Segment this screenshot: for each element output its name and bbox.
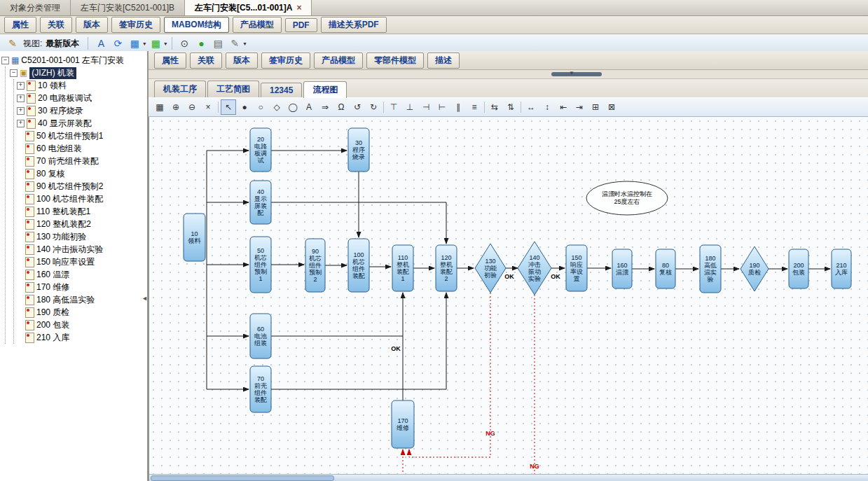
tree-item[interactable]: +40 显示屏装配 [15, 117, 147, 130]
tree-item[interactable]: 210 入库 [15, 331, 147, 344]
matrix-icon[interactable]: ▦ [128, 36, 142, 50]
window-tab[interactable]: 左车门安装[C5...01-001]A× [185, 0, 312, 15]
circle-icon[interactable]: ◯ [285, 99, 301, 115]
filled-ellipse-icon[interactable]: ● [237, 99, 252, 115]
sub-tab-process-sketch[interactable]: 工艺简图 [207, 81, 259, 97]
view-selector[interactable]: 最新版本 [46, 38, 79, 50]
panel-tab-relations[interactable]: 关联 [190, 53, 222, 69]
flow-node-160[interactable] [612, 249, 632, 288]
tree-item[interactable]: 80 复核 [15, 167, 147, 180]
panel-tab-properties[interactable]: 属性 [154, 53, 186, 69]
panel-tab-versions[interactable]: 版本 [226, 53, 258, 69]
grid-icon[interactable]: ▦ [152, 99, 167, 115]
tree-item[interactable]: 140 冲击振动实验 [15, 243, 147, 256]
align-bottom-icon[interactable]: ⊥ [402, 99, 418, 115]
dropdown-caret-icon[interactable]: ▾ [164, 41, 167, 47]
distribute-horizontal-icon[interactable]: ⇆ [487, 99, 502, 115]
tree-item[interactable]: 110 整机装配1 [15, 205, 147, 218]
panel-tab-description[interactable]: 描述 [427, 53, 460, 69]
font-icon[interactable]: A [94, 36, 108, 50]
undo-icon[interactable]: ↺ [350, 99, 365, 115]
dropdown-caret-icon[interactable]: ▾ [243, 41, 246, 47]
flow-node-70[interactable] [250, 366, 271, 412]
tree-item[interactable]: 150 响应率设置 [15, 256, 147, 268]
main-tab-sign-history[interactable]: 签审历史 [111, 17, 160, 33]
align-top-icon[interactable]: ⊤ [386, 99, 401, 115]
tree-item[interactable]: 200 包装 [15, 319, 147, 331]
fit-icon[interactable]: ⊞ [588, 99, 603, 115]
diamond-icon[interactable]: ◇ [269, 99, 284, 115]
canvas-horizontal-scrollbar[interactable] [149, 474, 868, 481]
snap-right-icon[interactable]: ⇥ [572, 99, 587, 115]
flow-node-60[interactable] [250, 314, 271, 358]
arrow-icon[interactable]: ⇒ [317, 99, 333, 115]
snap-left-icon[interactable]: ⇤ [556, 99, 571, 115]
annotation-ellipse[interactable] [586, 181, 668, 215]
zoom-in-icon[interactable]: ⊕ [168, 99, 184, 115]
flow-node-10[interactable] [184, 214, 205, 261]
edit-document-icon[interactable]: ✎ [228, 36, 242, 50]
flow-node-120[interactable] [436, 245, 457, 291]
expander-icon[interactable]: + [17, 95, 25, 102]
structure-icon[interactable]: ▦ [149, 36, 163, 50]
align-right-icon[interactable]: ⊢ [434, 99, 450, 115]
splitter-handle[interactable] [551, 72, 602, 76]
tree-item[interactable]: 90 机芯组件预制2 [15, 180, 147, 193]
tree-item[interactable]: 130 功能初验 [15, 230, 147, 243]
edit-icon[interactable]: ✎ [6, 36, 20, 50]
tree-item[interactable]: 120 整机装配2 [15, 218, 147, 230]
expand-vertical-icon[interactable]: ↕ [539, 99, 555, 115]
main-tab-relations[interactable]: 关联 [40, 17, 72, 33]
tree-item[interactable]: 170 维修 [15, 281, 147, 293]
zoom-fit-icon[interactable]: ⊠ [604, 99, 619, 115]
flow-node-150[interactable] [566, 245, 587, 291]
main-tab-description-pdf[interactable]: 描述关系PDF [321, 17, 387, 33]
publish-icon[interactable]: ● [194, 36, 208, 50]
flowchart-canvas[interactable]: 10领料20电路板调试30程序烧录40显示屏装配50机芯组件预制190机芯组件预… [149, 117, 868, 481]
tree-item[interactable]: 160 温漂 [15, 268, 147, 281]
panel-tab-product-model[interactable]: 产品模型 [314, 53, 363, 69]
window-tab[interactable]: 左车门安装[C5201-001]B [71, 0, 185, 15]
flow-node-80[interactable] [656, 249, 675, 288]
splitter-bar[interactable]: ▼ [149, 70, 868, 79]
sub-tab-12345[interactable]: 12345 [261, 83, 302, 97]
tree-item[interactable]: 100 机芯组件装配 [15, 193, 147, 205]
document-icon[interactable]: ▤ [211, 36, 225, 50]
zoom-out-icon[interactable]: ⊖ [184, 99, 200, 115]
flow-node-50[interactable] [250, 237, 271, 293]
redo-icon[interactable]: ↻ [366, 99, 381, 115]
distribute-vertical-icon[interactable]: ⇅ [503, 99, 518, 115]
panel-tab-part-model[interactable]: 零部件模型 [366, 53, 424, 69]
flow-node-20[interactable] [250, 128, 271, 172]
expander-icon[interactable]: + [17, 107, 25, 115]
center-vertical-icon[interactable]: ∥ [450, 99, 466, 115]
flow-node-130[interactable] [475, 244, 506, 293]
collapse-expander-icon[interactable]: − [1, 57, 9, 64]
tree-root[interactable]: − ▦ C5201-001-001 左车门安装 [0, 54, 147, 67]
scrollbar-thumb[interactable] [151, 475, 334, 481]
ellipse-icon[interactable]: ○ [253, 99, 268, 115]
center-horizontal-icon[interactable]: ≡ [467, 99, 482, 115]
flow-node-170[interactable] [392, 400, 414, 448]
expand-horizontal-icon[interactable]: ↔ [523, 99, 539, 115]
align-left-icon[interactable]: ⊣ [418, 99, 434, 115]
tree-item[interactable]: 60 电池组装 [15, 142, 147, 155]
main-tab-mabom-structure[interactable]: MABOM结构 [164, 17, 229, 33]
dropdown-caret-icon[interactable]: ▾ [143, 41, 146, 47]
panel-tab-sign-history[interactable]: 签审历史 [261, 53, 310, 69]
tree-item[interactable]: 190 质检 [15, 306, 147, 319]
tree-item[interactable]: +10 领料 [15, 79, 147, 92]
text-icon[interactable]: A [301, 99, 317, 115]
flow-node-200[interactable] [789, 249, 808, 288]
tree-item[interactable]: 50 机芯组件预制1 [15, 130, 147, 142]
tree-item[interactable]: 70 前壳组件装配 [15, 155, 147, 167]
preview-icon[interactable]: ⊙ [177, 36, 191, 50]
main-tab-pdf[interactable]: PDF [285, 18, 317, 32]
curve-icon[interactable]: Ω [333, 99, 349, 115]
splitter-collapse-icon[interactable]: ▼ [569, 70, 574, 76]
panel-collapse-icon[interactable]: ◄ [142, 295, 148, 302]
tree-group[interactable]: − ▣ (JIZH) 机装 [8, 67, 147, 79]
tree-item[interactable]: +20 电路板调试 [15, 92, 147, 104]
select-cursor-icon[interactable]: ↖ [221, 99, 236, 115]
flow-node-90[interactable] [305, 239, 325, 292]
